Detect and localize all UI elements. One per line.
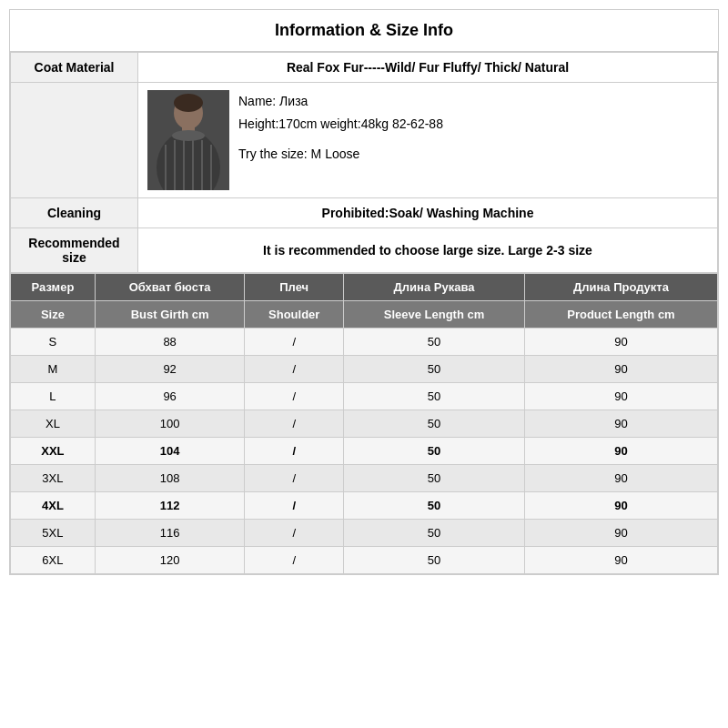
table-row: 3XL108/5090 <box>11 465 718 492</box>
info-table: Coat Material Real Fox Fur-----Wild/ Fur… <box>10 52 718 273</box>
size-table: Размер Обхват бюста Плеч Длина Рукава Дл… <box>10 273 718 574</box>
cleaning-label: Cleaning <box>11 198 138 228</box>
svg-point-9 <box>174 94 203 112</box>
col-size-en: Size <box>11 301 96 329</box>
col-sleeve-en: Sleeve Length cm <box>344 301 525 329</box>
table-row: S88/5090 <box>11 329 718 356</box>
col-shoulder-ru: Плеч <box>245 274 344 301</box>
cleaning-value: Prohibited:Soak/ Washing Machine <box>138 198 718 228</box>
col-length-en: Product Length cm <box>524 301 717 329</box>
size-header-russian: Размер Обхват бюста Плеч Длина Рукава Дл… <box>11 274 718 301</box>
model-cell-content: Name: Лиза Height:170cm weight:48kg 82-6… <box>147 90 708 190</box>
table-row: XL100/5090 <box>11 410 718 438</box>
model-size: Try the size: M Loose <box>238 143 443 166</box>
col-bust-ru: Обхват бюста <box>95 274 244 301</box>
model-name: Name: Лиза <box>238 90 443 113</box>
model-label <box>11 83 138 198</box>
coat-material-label: Coat Material <box>11 53 138 83</box>
page-title: Information & Size Info <box>10 10 718 52</box>
size-table-body: S88/5090M92/5090L96/5090XL100/5090XXL104… <box>11 329 718 574</box>
recommended-row: Recommended size It is recommended to ch… <box>11 228 718 273</box>
svg-point-11 <box>172 130 205 141</box>
recommended-value: It is recommended to choose large size. … <box>138 228 718 273</box>
model-height-weight: Height:170cm weight:48kg 82-62-88 <box>238 113 443 136</box>
col-bust-en: Bust Girth cm <box>95 301 244 329</box>
model-image <box>147 90 229 190</box>
cleaning-row: Cleaning Prohibited:Soak/ Washing Machin… <box>11 198 718 228</box>
model-text-content: Name: Лиза Height:170cm weight:48kg 82-6… <box>238 90 443 167</box>
table-row: 4XL112/5090 <box>11 492 718 520</box>
table-row: M92/5090 <box>11 356 718 383</box>
col-sleeve-ru: Длина Рукава <box>344 274 525 301</box>
table-row: 6XL120/5090 <box>11 547 718 574</box>
coat-material-value: Real Fox Fur-----Wild/ Fur Fluffy/ Thick… <box>138 53 718 83</box>
table-row: L96/5090 <box>11 383 718 410</box>
coat-material-row: Coat Material Real Fox Fur-----Wild/ Fur… <box>11 53 718 83</box>
table-row: 5XL116/5090 <box>11 520 718 547</box>
col-size-ru: Размер <box>11 274 96 301</box>
recommended-label: Recommended size <box>11 228 138 273</box>
table-row: XXL104/5090 <box>11 438 718 465</box>
col-length-ru: Длина Продукта <box>524 274 717 301</box>
col-shoulder-en: Shoulder <box>245 301 344 329</box>
model-row: Name: Лиза Height:170cm weight:48kg 82-6… <box>11 83 718 198</box>
size-header-english: Size Bust Girth cm Shoulder Sleeve Lengt… <box>11 301 718 329</box>
main-container: Information & Size Info Coat Material Re… <box>9 9 719 575</box>
model-info-cell: Name: Лиза Height:170cm weight:48kg 82-6… <box>138 83 718 198</box>
